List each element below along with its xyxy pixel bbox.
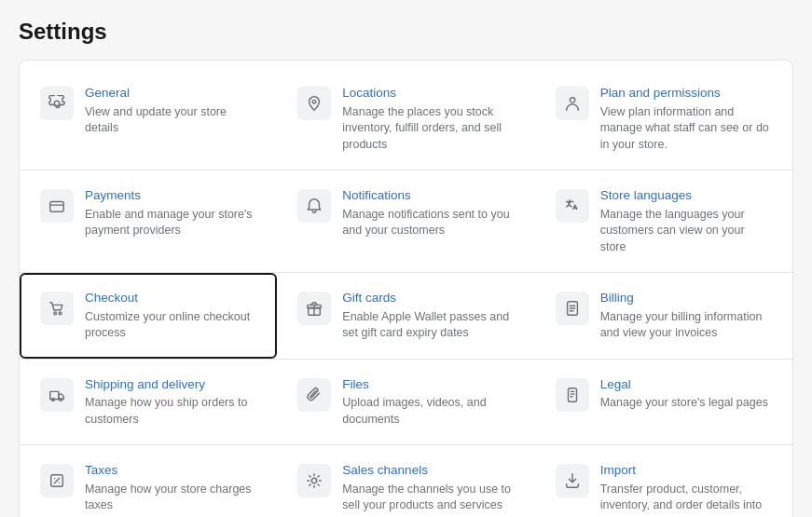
gift-icon (297, 292, 331, 325)
svg-point-1 (570, 98, 574, 102)
setting-text-sales-channels: Sales channels Manage the channels you u… (342, 462, 514, 514)
setting-item-plan-permissions[interactable]: Plan and permissions View plan informati… (535, 68, 792, 170)
setting-title-files: Files (342, 376, 514, 393)
setting-text-taxes: Taxes Manage how your store charges taxe… (85, 462, 256, 514)
setting-item-payments[interactable]: Payments Enable and manage your store's … (20, 170, 277, 272)
svg-rect-10 (568, 388, 576, 401)
setting-desc-legal: Manage your store's legal pages (600, 395, 768, 412)
svg-point-3 (54, 312, 57, 315)
setting-title-gift-cards: Gift cards (342, 290, 514, 306)
setting-item-shipping-delivery[interactable]: Shipping and delivery Manage how you shi… (20, 360, 277, 445)
cart-icon (40, 292, 74, 325)
setting-item-legal[interactable]: Legal Manage your store's legal pages (535, 360, 792, 445)
setting-desc-notifications: Manage notifications sent to you and you… (342, 207, 514, 239)
setting-title-sales-channels: Sales channels (342, 462, 514, 479)
svg-point-0 (313, 100, 317, 103)
tax-icon (40, 464, 74, 497)
setting-title-payments: Payments (85, 187, 256, 204)
setting-title-checkout: Checkout (85, 290, 256, 306)
setting-item-notifications[interactable]: Notifications Manage notifications sent … (277, 170, 534, 272)
setting-title-store-languages: Store languages (600, 187, 772, 204)
setting-title-notifications: Notifications (342, 187, 514, 204)
setting-item-files[interactable]: Files Upload images, videos, and documen… (277, 360, 534, 445)
svg-point-4 (59, 312, 62, 315)
setting-text-notifications: Notifications Manage notifications sent … (342, 187, 514, 239)
setting-title-shipping-delivery: Shipping and delivery (85, 376, 256, 393)
setting-title-locations: Locations (342, 85, 514, 102)
location-icon (297, 87, 331, 120)
setting-desc-taxes: Manage how your store charges taxes (85, 482, 256, 514)
setting-title-legal: Legal (600, 376, 768, 393)
sales-icon (297, 464, 331, 497)
setting-text-legal: Legal Manage your store's legal pages (600, 376, 768, 412)
setting-text-billing: Billing Manage your billing information … (600, 290, 772, 342)
setting-text-checkout: Checkout Customize your online checkout … (85, 290, 256, 342)
setting-desc-locations: Manage the places you stock inventory, f… (342, 104, 514, 154)
setting-item-general[interactable]: General View and update your store detai… (20, 68, 277, 170)
billing-icon (556, 292, 589, 325)
setting-text-plan-permissions: Plan and permissions View plan informati… (600, 85, 772, 153)
setting-desc-gift-cards: Enable Apple Wallet passes and set gift … (342, 309, 514, 342)
setting-desc-import: Transfer product, customer, inventory, a… (600, 482, 772, 517)
setting-text-general: General View and update your store detai… (85, 85, 256, 137)
page-title: Settings (19, 19, 793, 45)
gear-icon (40, 87, 74, 120)
setting-item-import[interactable]: Import Transfer product, customer, inven… (535, 445, 792, 517)
setting-text-locations: Locations Manage the places you stock in… (342, 85, 514, 153)
setting-desc-general: View and update your store details (85, 104, 256, 137)
setting-text-import: Import Transfer product, customer, inven… (600, 462, 772, 517)
legal-icon (556, 378, 589, 412)
setting-desc-store-languages: Manage the languages your customers can … (600, 207, 772, 256)
settings-grid: General View and update your store detai… (20, 68, 792, 517)
setting-title-plan-permissions: Plan and permissions (600, 85, 772, 102)
setting-item-checkout[interactable]: Checkout Customize your online checkout … (20, 273, 277, 359)
translate-icon (556, 189, 589, 223)
setting-title-billing: Billing (600, 290, 772, 306)
setting-desc-billing: Manage your billing information and view… (600, 309, 772, 342)
svg-rect-2 (50, 202, 63, 212)
setting-item-taxes[interactable]: Taxes Manage how your store charges taxe… (20, 445, 277, 517)
setting-title-general: General (85, 85, 256, 102)
paperclip-icon (297, 378, 331, 412)
setting-text-shipping-delivery: Shipping and delivery Manage how you shi… (85, 376, 256, 429)
setting-desc-plan-permissions: View plan information and manage what st… (600, 104, 772, 154)
bell-icon (297, 189, 331, 223)
setting-item-sales-channels[interactable]: Sales channels Manage the channels you u… (277, 445, 534, 517)
setting-title-taxes: Taxes (85, 462, 256, 479)
setting-title-import: Import (600, 462, 772, 479)
payment-icon (40, 189, 74, 223)
setting-text-gift-cards: Gift cards Enable Apple Wallet passes an… (342, 290, 514, 342)
setting-text-payments: Payments Enable and manage your store's … (85, 187, 256, 239)
import-icon (556, 464, 589, 497)
setting-item-billing[interactable]: Billing Manage your billing information … (535, 273, 792, 359)
settings-card: General View and update your store detai… (19, 60, 793, 517)
setting-desc-checkout: Customize your online checkout process (85, 309, 256, 342)
setting-item-locations[interactable]: Locations Manage the places you stock in… (277, 68, 534, 170)
setting-item-store-languages[interactable]: Store languages Manage the languages you… (535, 170, 792, 272)
setting-text-store-languages: Store languages Manage the languages you… (600, 187, 772, 255)
setting-item-gift-cards[interactable]: Gift cards Enable Apple Wallet passes an… (277, 273, 534, 359)
setting-desc-files: Upload images, videos, and documents (342, 395, 514, 428)
setting-desc-sales-channels: Manage the channels you use to sell your… (342, 482, 514, 514)
setting-text-files: Files Upload images, videos, and documen… (342, 376, 514, 429)
setting-desc-payments: Enable and manage your store's payment p… (85, 207, 256, 239)
svg-point-12 (312, 478, 317, 483)
setting-desc-shipping-delivery: Manage how you ship orders to customers (85, 395, 256, 428)
person-icon (556, 87, 589, 120)
truck-icon (40, 378, 74, 412)
